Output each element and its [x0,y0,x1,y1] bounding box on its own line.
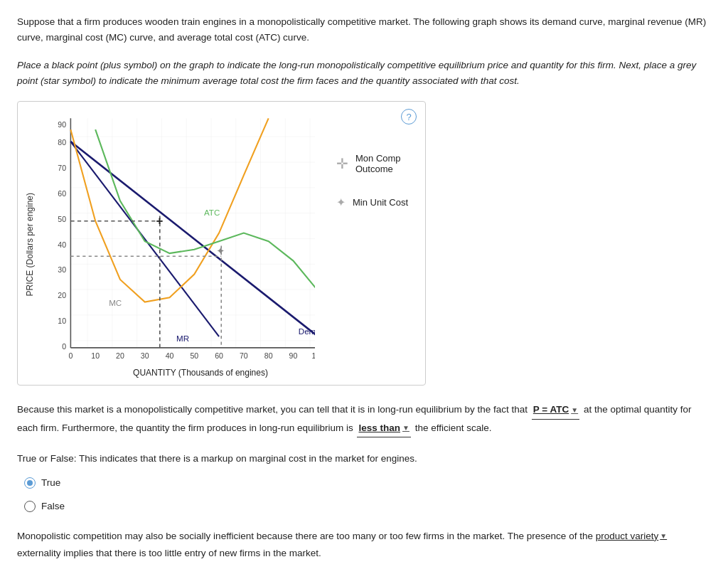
svg-text:20: 20 [116,351,124,360]
svg-rect-0 [70,119,315,349]
svg-text:Demand: Demand [299,327,315,336]
dropdown-product-variety[interactable]: product variety ▼ [596,528,667,545]
radio-false-circle[interactable] [24,501,36,512]
svg-text:50: 50 [190,351,198,360]
mono-part1: Monopolistic competition may also be soc… [17,531,593,541]
legend-label-mon-comp: Mon Comp Outcome [355,153,418,174]
svg-text:90: 90 [289,351,298,360]
plus-icon: ✛ [336,155,348,172]
graph-container: ? PRICE (Dollars per engine) [17,101,426,386]
svg-text:0: 0 [62,342,66,351]
mono-part2: externality implies that there is too li… [17,548,321,558]
legend-item-mon-comp: ✛ Mon Comp Outcome [336,153,418,174]
svg-text:100: 100 [311,351,315,360]
equilibrium-paragraph: Because this market is a monopolisticall… [17,401,711,437]
monopolistic-section: Monopolistic competition may also be soc… [17,528,711,563]
dropdown-product-variety-arrow: ▼ [660,530,667,543]
legend-label-min-cost: Min Unit Cost [353,197,408,208]
instruction-text: Place a black point (plus symbol) on the… [17,58,711,88]
dropdown-product-variety-label: product variety [596,528,659,545]
radio-false[interactable]: False [24,498,711,515]
radio-true-circle[interactable] [24,477,36,489]
legend-item-min-cost: ✦ Min Unit Cost [336,196,418,209]
svg-text:80: 80 [58,139,66,147]
svg-text:ATC: ATC [204,209,220,218]
dropdown-less-than-arrow: ▼ [402,422,410,435]
star-icon: ✦ [336,196,346,209]
graph-svg: 0 10 20 30 40 50 60 70 80 90 0 10 [38,110,315,366]
svg-text:30: 30 [58,266,66,275]
dropdown-less-than[interactable]: less than ▼ [357,420,410,437]
dropdown-p-atc[interactable]: P = ATC ▼ [532,401,579,419]
x-axis-label: QUANTITY (Thousands of engines) [69,368,332,378]
svg-text:90: 90 [58,120,66,129]
radio-group: True False [17,474,711,515]
svg-text:10: 10 [91,351,100,360]
eq-part3: the efficient scale. [415,423,492,433]
svg-text:0: 0 [68,351,73,360]
svg-text:20: 20 [58,292,66,300]
svg-text:✦: ✦ [216,246,225,257]
true-false-question: True or False: This indicates that there… [17,450,711,467]
eq-part1: Because this market is a monopolisticall… [17,404,528,415]
svg-text:40: 40 [166,351,174,360]
bottom-section: Because this market is a monopolisticall… [17,401,711,562]
svg-text:40: 40 [58,240,66,249]
svg-text:60: 60 [58,189,66,198]
svg-text:MC: MC [109,299,122,307]
intro-text: Suppose that a firm produces wooden trai… [17,14,711,45]
svg-text:10: 10 [58,317,66,326]
svg-text:+: + [156,214,164,228]
svg-text:50: 50 [58,215,66,223]
legend-area: ✛ Mon Comp Outcome ✦ Min Unit Cost [315,110,418,366]
svg-text:70: 70 [240,351,248,360]
svg-text:80: 80 [264,351,273,360]
y-axis-label: PRICE (Dollars per engine) [25,193,35,296]
svg-text:MR: MR [176,335,189,344]
radio-true[interactable]: True [24,474,711,492]
dropdown-less-than-label: less than [358,420,400,437]
dropdown-p-atc-label: P = ATC [533,401,569,418]
svg-text:70: 70 [58,164,66,173]
radio-false-label: False [41,498,65,515]
radio-true-label: True [41,474,60,492]
chart-svg-area[interactable]: 0 10 20 30 40 50 60 70 80 90 0 10 [38,110,315,366]
monopolistic-paragraph: Monopolistic competition may also be soc… [17,528,711,563]
svg-text:60: 60 [215,351,223,360]
true-false-section: True or False: This indicates that there… [17,450,711,515]
svg-text:30: 30 [141,351,149,360]
dropdown-p-atc-arrow: ▼ [571,404,578,417]
